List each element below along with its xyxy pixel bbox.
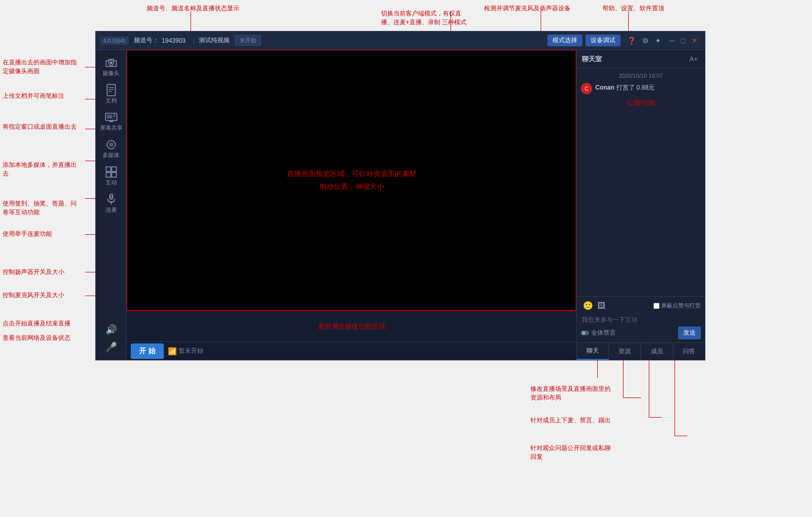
sidebar-item-mic[interactable]: 连麦: [97, 191, 126, 217]
public-func-area: 公聊功能: [581, 98, 701, 108]
svg-rect-15: [106, 167, 111, 171]
annotation-mic: 使用举手连麦功能: [3, 230, 52, 238]
chat-title: 聊天室: [582, 55, 687, 64]
microphone-icon: 🎤: [106, 341, 117, 353]
minimize-button[interactable]: ─: [667, 36, 678, 46]
send-button[interactable]: 发送: [678, 326, 701, 339]
mode-select-button[interactable]: 模式选择: [547, 35, 582, 46]
app-window: 4.0.0(64) 频道号： 1943903 | 测试纯视频 未开始 模式选择 …: [95, 31, 705, 360]
preview-main: 直播画面预览区域，可针对资源里的素材 拖动位置，伸缩大小 素材属性修改功能区域 …: [127, 50, 576, 360]
annotation-document: 上传文档并可画笔标注: [3, 92, 64, 100]
annotation-camera: 在直播出去的画面中增加指 定摄像头画面: [3, 58, 82, 76]
title-bar: 4.0.0(64) 频道号： 1943903 | 测试纯视频 未开始 模式选择 …: [96, 31, 705, 50]
chat-input-placeholder: 我也来参与一下互动: [581, 314, 701, 326]
chat-action: 打赏了: [616, 84, 635, 91]
mute-toggle[interactable]: 全体禁言: [581, 329, 616, 337]
chat-message: C Conan 打赏了 0.88元: [581, 83, 701, 94]
mute-label: 全体禁言: [591, 329, 616, 337]
chat-input-row: 全体禁言 发送: [581, 326, 701, 339]
start-stream-button[interactable]: 开 始: [131, 343, 164, 359]
svg-rect-17: [106, 173, 111, 177]
preview-canvas: 直播画面预览区域，可针对资源里的素材 拖动位置，伸缩大小: [127, 50, 576, 311]
sidebar-label-camera: 摄像头: [102, 70, 119, 77]
network-icon: 📶: [168, 347, 177, 355]
maximize-button[interactable]: □: [678, 36, 688, 46]
sidebar-label-media: 多媒体: [102, 151, 119, 159]
tab-qa[interactable]: 问答: [673, 343, 705, 360]
sidebar-item-camera[interactable]: 摄像头: [97, 54, 126, 80]
image-button[interactable]: 🖼: [595, 300, 608, 312]
annotation-help-settings: 帮助、设置、软件置顶: [602, 4, 664, 13]
sidebar: 摄像头 文档: [96, 50, 127, 360]
media-icon: [104, 139, 118, 150]
sidebar-microphone-button[interactable]: 🎤: [97, 338, 126, 356]
svg-rect-2: [107, 84, 115, 96]
annotation-mode-select: 切换当前客户端模式，有仅直 播、连麦+直播、录制 三种模式: [381, 2, 467, 27]
mute-circle: [581, 331, 589, 335]
chat-bubble: Conan 打赏了 0.88元: [595, 83, 654, 92]
right-panel: 聊天室 A+ 2020/10/10 16:07 C Conan 打赏了 0.88…: [576, 50, 705, 360]
chat-avatar: C: [581, 83, 592, 94]
chat-timestamp: 2020/10/10 16:07: [581, 73, 701, 79]
main-content: 摄像头 文档: [96, 50, 705, 360]
svg-rect-18: [112, 173, 116, 177]
version-badge: 4.0.0(64): [100, 37, 129, 45]
sidebar-speaker-button[interactable]: 🔊: [97, 321, 126, 338]
annotation-network: 查看当前网络及设备状态: [3, 334, 71, 342]
asset-area: 素材属性修改功能区域: [127, 311, 576, 341]
chat-input-area: 🙂 🖼 屏蔽点赞与打赏 我也来参与一下互动 全体禁言: [577, 296, 705, 342]
emoji-button[interactable]: 🙂: [581, 300, 595, 312]
svg-rect-16: [112, 167, 116, 171]
sidebar-label-screen: 屏幕共享: [100, 124, 123, 132]
channel-id: 1943903: [162, 37, 186, 44]
sidebar-item-document[interactable]: 文档: [97, 81, 126, 108]
svg-point-1: [110, 62, 112, 64]
annotation-start: 点击开始直播及结束直播: [3, 319, 71, 328]
annotation-channel-info: 频道号、频道名称及直播状态显示: [147, 4, 239, 13]
tab-members[interactable]: 成员: [641, 343, 673, 360]
chat-amount: 0.88元: [636, 84, 654, 91]
annotation-microphone: 控制麦克风开关及大小: [3, 291, 64, 300]
pin-icon-button[interactable]: ✦: [652, 36, 664, 46]
channel-label: 频道号：: [134, 36, 159, 45]
svg-rect-9: [107, 115, 112, 118]
chat-user: Conan: [595, 84, 614, 91]
hide-praise-checkbox[interactable]: [653, 303, 660, 309]
close-button[interactable]: ✕: [688, 36, 701, 46]
tab-resources[interactable]: 资源: [609, 343, 642, 360]
device-debug-button[interactable]: 设备调试: [585, 35, 620, 46]
annotation-media: 添加本地多媒体，并直播出 去: [3, 152, 77, 178]
sidebar-item-interact[interactable]: 互动: [97, 163, 126, 189]
public-func-label: 公聊功能: [627, 98, 655, 108]
hide-praise-label: 屏蔽点赞与打赏: [661, 302, 701, 309]
network-status: 📶 暂未开始: [168, 347, 203, 355]
sidebar-item-screen[interactable]: 屏幕共享: [97, 109, 126, 135]
font-size-button[interactable]: A+: [687, 55, 700, 63]
annotation-device-debug: 检测并调节麦克风及扬声器设备: [484, 4, 571, 13]
tab-chat[interactable]: 聊天: [577, 343, 609, 360]
chat-header: 聊天室 A+: [577, 50, 705, 68]
annotation-scene: 修改直播场景及直播画面里的 资源和布局: [530, 376, 611, 402]
sidebar-label-mic: 连麦: [106, 206, 117, 214]
annotation-screen: 将指定窗口或桌面直播出去: [3, 123, 77, 131]
stream-status: 未开始: [235, 35, 261, 46]
sidebar-item-media[interactable]: 多媒体: [97, 136, 126, 162]
speaker-icon: 🔊: [106, 324, 117, 335]
interact-icon: [104, 166, 118, 178]
chat-messages: 2020/10/10 16:07 C Conan 打赏了 0.88元 公聊功能: [577, 68, 705, 296]
camera-icon: [104, 57, 118, 68]
mic-icon: [104, 194, 118, 205]
asset-hint-text: 素材属性修改功能区域: [318, 322, 385, 331]
sidebar-label-document: 文档: [106, 97, 117, 105]
mute-check: 屏蔽点赞与打赏: [653, 302, 701, 309]
help-icon-button[interactable]: ❓: [625, 36, 638, 46]
title-sep1: |: [193, 37, 195, 44]
chat-tabs: 聊天 资源 成员 问答: [577, 342, 705, 360]
preview-hint-text: 直播画面预览区域，可针对资源里的素材 拖动位置，伸缩大小: [287, 167, 417, 193]
settings-icon-button[interactable]: ⚙: [640, 36, 651, 46]
annotation-member: 针对成员上下麦、禁言、踢出: [530, 416, 611, 425]
chat-tools: 🙂 🖼 屏蔽点赞与打赏: [581, 300, 701, 312]
stream-name: 测试纯视频: [199, 36, 230, 45]
annotation-qa: 针对观众问题公开回复或私聊 回复: [530, 435, 611, 461]
svg-point-14: [111, 144, 112, 145]
